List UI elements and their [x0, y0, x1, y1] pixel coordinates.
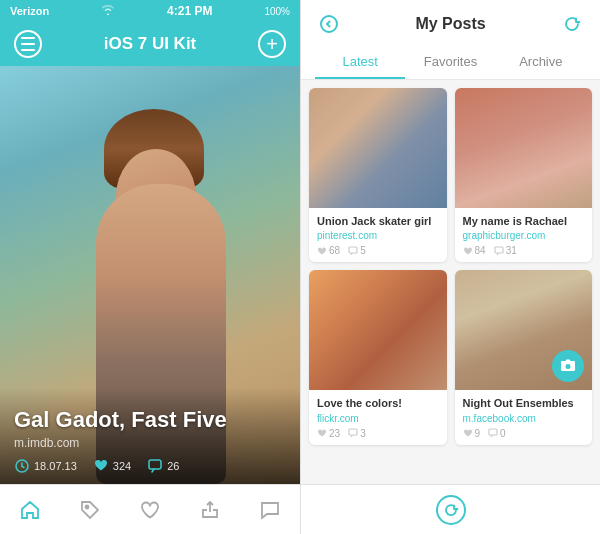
wifi-icon [101, 5, 115, 17]
comment-icon [147, 458, 163, 474]
post-info-2: My name is Rachael graphicburger.com 84 … [455, 208, 593, 262]
hero-comments-stat: 26 [147, 458, 179, 474]
hero-likes-stat: 324 [93, 458, 131, 474]
right-panel: My Posts Latest Favorites Archive Union … [300, 0, 600, 534]
posts-column-2: My name is Rachael graphicburger.com 84 … [455, 88, 593, 476]
post-stats-4: 9 0 [463, 428, 585, 439]
post-source-2: graphicburger.com [463, 230, 585, 241]
post-card-4[interactable]: Night Out Ensembles m.facebook.com 9 0 [455, 270, 593, 444]
post-info-1: Union Jack skater girl pinterest.com 68 … [309, 208, 447, 262]
tab-home[interactable] [10, 490, 50, 530]
hero-comments: 26 [167, 460, 179, 472]
posts-column-1: Union Jack skater girl pinterest.com 68 … [309, 88, 447, 476]
tab-archive[interactable]: Archive [496, 46, 586, 79]
post-image-2 [455, 88, 593, 208]
tab-chat[interactable] [250, 490, 290, 530]
nav-bar: iOS 7 UI Kit + [0, 22, 300, 66]
post-title-3: Love the colors! [317, 396, 439, 410]
svg-rect-1 [149, 460, 161, 469]
hero-title: Gal Gadot, Fast Five [14, 407, 286, 433]
hero-stats: 18.07.13 324 [14, 458, 286, 474]
hero-likes: 324 [113, 460, 131, 472]
svg-rect-8 [489, 429, 497, 435]
post-info-3: Love the colors! flickr.com 23 3 [309, 390, 447, 444]
right-tabs: Latest Favorites Archive [315, 46, 586, 79]
svg-rect-6 [495, 247, 503, 253]
tab-favorites[interactable]: Favorites [405, 46, 495, 79]
clock-icon [14, 458, 30, 474]
page-title: My Posts [415, 15, 485, 33]
app-title: iOS 7 UI Kit [104, 34, 197, 54]
post-title-2: My name is Rachael [463, 214, 585, 228]
status-bar: Verizon 4:21 PM 100% [0, 0, 300, 22]
hero-subtitle: m.imdb.com [14, 436, 286, 450]
post-card-1[interactable]: Union Jack skater girl pinterest.com 68 … [309, 88, 447, 262]
tab-favorites[interactable] [130, 490, 170, 530]
posts-grid: Union Jack skater girl pinterest.com 68 … [301, 80, 600, 484]
add-button[interactable]: + [258, 30, 286, 58]
tab-bar [0, 484, 300, 534]
svg-rect-4 [349, 247, 357, 253]
right-header: My Posts Latest Favorites Archive [301, 0, 600, 80]
right-bottom-bar [301, 484, 600, 534]
tab-latest[interactable]: Latest [315, 46, 405, 79]
time-text: 4:21 PM [167, 4, 212, 18]
post-likes-1: 68 [317, 245, 340, 256]
post-card-2[interactable]: My name is Rachael graphicburger.com 84 … [455, 88, 593, 262]
post-image-3 [309, 270, 447, 390]
post-comments-3: 3 [348, 428, 366, 439]
post-image-1 [309, 88, 447, 208]
menu-button[interactable] [14, 30, 42, 58]
camera-button[interactable] [552, 350, 584, 382]
post-likes-2: 84 [463, 245, 486, 256]
post-title-1: Union Jack skater girl [317, 214, 439, 228]
post-likes-4: 9 [463, 428, 481, 439]
left-panel: Verizon 4:21 PM 100% iOS 7 UI Kit + [0, 0, 300, 534]
post-comments-1: 5 [348, 245, 366, 256]
post-title-4: Night Out Ensembles [463, 396, 585, 410]
post-source-4: m.facebook.com [463, 413, 585, 424]
post-source-1: pinterest.com [317, 230, 439, 241]
battery-text: 100% [264, 6, 290, 17]
post-comments-2: 31 [494, 245, 517, 256]
post-card-3[interactable]: Love the colors! flickr.com 23 3 [309, 270, 447, 444]
post-info-4: Night Out Ensembles m.facebook.com 9 0 [455, 390, 593, 444]
post-stats-3: 23 3 [317, 428, 439, 439]
post-comments-4: 0 [488, 428, 506, 439]
post-source-3: flickr.com [317, 413, 439, 424]
bottom-refresh-button[interactable] [436, 495, 466, 525]
hero-date: 18.07.13 [34, 460, 77, 472]
hero-date-stat: 18.07.13 [14, 458, 77, 474]
tab-tag[interactable] [70, 490, 110, 530]
svg-point-3 [321, 16, 337, 32]
carrier-text: Verizon [10, 5, 49, 17]
post-stats-1: 68 5 [317, 245, 439, 256]
post-stats-2: 84 31 [463, 245, 585, 256]
hero-image: Gal Gadot, Fast Five m.imdb.com 18.07.13 [0, 66, 300, 484]
refresh-header-button[interactable] [558, 10, 586, 38]
heart-icon [93, 458, 109, 474]
svg-point-2 [86, 505, 89, 508]
post-image-4 [455, 270, 593, 390]
tab-share[interactable] [190, 490, 230, 530]
back-button[interactable] [315, 10, 343, 38]
right-nav: My Posts [315, 10, 586, 38]
svg-point-7 [566, 364, 571, 369]
post-likes-3: 23 [317, 428, 340, 439]
hero-overlay: Gal Gadot, Fast Five m.imdb.com 18.07.13 [0, 387, 300, 484]
svg-rect-5 [349, 429, 357, 435]
